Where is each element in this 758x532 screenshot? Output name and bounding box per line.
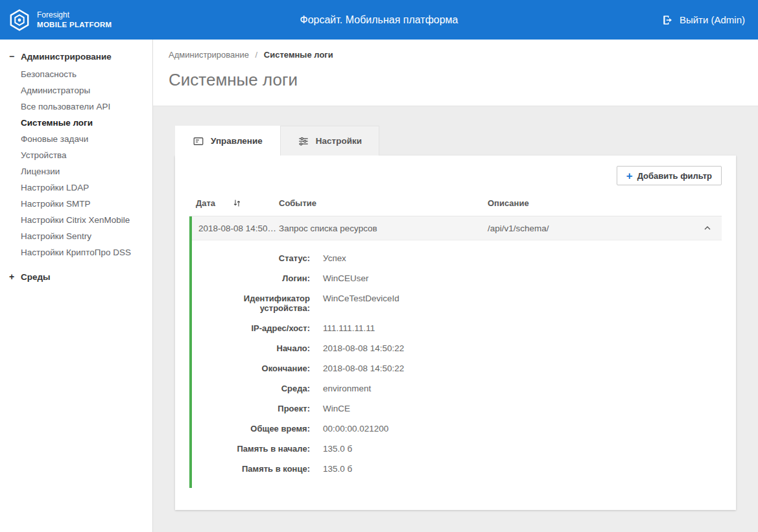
add-filter-label: Добавить фильтр (637, 171, 712, 181)
log-entry: 2018-08-08 14:50… Запрос списка ресурсов… (189, 216, 722, 488)
sidebar-item[interactable]: Администраторы (0, 82, 152, 98)
tune-icon (298, 135, 309, 147)
app-title: Форсайт. Мобильная платформа (0, 14, 758, 26)
detail-value: environment (323, 384, 722, 393)
chevron-up-icon[interactable] (696, 223, 722, 233)
log-row-description: /api/v1/schema/ (488, 224, 696, 233)
page-head: Администрирование / Системные логи Систе… (153, 40, 758, 106)
sidebar-admin-children: Безопасность Администраторы Все пользова… (0, 65, 152, 263)
sidebar-item-label: Фоновые задачи (21, 134, 88, 144)
detail-row: Память в начале: 135.0 б (192, 439, 722, 459)
column-header-date: Дата (196, 198, 279, 208)
detail-value: 2018-08-08 14:50:22 (323, 343, 722, 353)
detail-row: Логин: WinCEUser (192, 268, 722, 288)
breadcrumb-administration[interactable]: Администрирование (169, 50, 249, 60)
sidebar-item[interactable]: Безопасность (0, 66, 152, 82)
detail-label: Логин: (192, 273, 310, 283)
sidebar-item[interactable]: Устройства (0, 147, 152, 163)
tab-management-label: Управление (211, 136, 263, 146)
detail-row: Проект: WinCE (192, 399, 722, 419)
table-header: Дата Событие Описание (189, 192, 722, 216)
breadcrumb: Администрирование / Системные логи (169, 50, 742, 60)
sidebar-environments-label: Среды (21, 272, 51, 282)
detail-value: 135.0 б (323, 444, 722, 454)
detail-row: Окончание: 2018-08-08 14:50:22 (192, 358, 722, 378)
detail-value: 2018-08-08 14:50:22 (323, 364, 722, 373)
sidebar-item-label: Системные логи (21, 118, 93, 128)
detail-label: Проект: (192, 404, 310, 413)
detail-row: Статус: Успех (192, 248, 722, 268)
sidebar-administration-label: Администрирование (21, 52, 112, 62)
card-toolbar: + Добавить фильтр (189, 166, 722, 185)
log-details: Статус: Успех Логин: WinCEUser Идентифик… (192, 240, 722, 488)
foresight-logo-icon (8, 8, 31, 32)
logout-label: Выйти (Admin) (680, 14, 745, 25)
detail-label: Среда: (192, 384, 310, 393)
detail-value: Успех (323, 253, 722, 263)
sidebar-item-label: Настройки Citrix XenMobile (21, 215, 130, 225)
detail-label: Общее время: (192, 424, 310, 434)
sidebar-item[interactable]: Настройки Sentry (0, 228, 152, 244)
detail-label: Память в начале: (192, 444, 310, 454)
sidebar-item[interactable]: Настройки Citrix XenMobile (0, 212, 152, 228)
sidebar-item-label: Администраторы (21, 86, 90, 95)
detail-row: IP-адрес/хост: 111.111.11.11 (192, 318, 722, 338)
main-area: Администрирование / Системные логи Систе… (153, 40, 758, 532)
sidebar-item-label: Настройки LDAP (21, 183, 89, 192)
sidebar-item-label: Настройки Sentry (21, 231, 91, 241)
sidebar-item-administration[interactable]: − Администрирование (0, 48, 152, 65)
logout-button[interactable]: Выйти (Admin) (662, 0, 745, 40)
detail-label: Идентификатор устройства: (192, 294, 310, 313)
sidebar-item-label: Лицензии (21, 167, 60, 176)
sidebar-item-label: Настройки SMTP (21, 199, 90, 209)
column-header-event: Событие (279, 198, 488, 208)
detail-label: Статус: (192, 253, 310, 263)
detail-value: 111.111.11.11 (323, 323, 722, 333)
detail-row: Память в конце: 135.0 б (192, 459, 722, 479)
detail-row: Среда: environment (192, 378, 722, 399)
plus-icon: + (626, 170, 633, 181)
list-card-icon (193, 135, 204, 147)
sidebar: − Администрирование Безопасность Админис… (0, 40, 153, 532)
detail-label: IP-адрес/хост: (192, 323, 310, 333)
sidebar-item-label: Настройки КриптоПро DSS (21, 248, 131, 257)
expand-plus-icon[interactable]: + (8, 272, 16, 282)
tab-management[interactable]: Управление (175, 126, 280, 156)
log-row-date: 2018-08-08 14:50… (198, 224, 279, 233)
sidebar-item[interactable]: Все пользователи API (0, 98, 152, 115)
log-row[interactable]: 2018-08-08 14:50… Запрос списка ресурсов… (192, 216, 722, 240)
detail-value: 135.0 б (323, 464, 722, 474)
tab-settings-label: Настройки (316, 136, 362, 146)
sidebar-item-environments[interactable]: + Среды (0, 268, 152, 285)
logs-card: + Добавить фильтр Дата С (175, 156, 736, 510)
breadcrumb-current: Системные логи (264, 50, 333, 60)
sidebar-item[interactable]: Настройки КриптоПро DSS (0, 244, 152, 260)
add-filter-button[interactable]: + Добавить фильтр (617, 166, 722, 185)
sidebar-item-label: Все пользователи API (21, 102, 110, 111)
detail-label: Память в конце: (192, 464, 310, 474)
sidebar-item[interactable]: Настройки LDAP (0, 179, 152, 196)
sidebar-item-label: Безопасность (21, 69, 77, 79)
brand: Foresight MOBILE PLATFORM (0, 8, 112, 32)
detail-value: WinCEUser (323, 273, 722, 283)
logout-icon (662, 14, 674, 26)
collapse-minus-icon[interactable]: − (8, 51, 16, 62)
detail-row: Начало: 2018-08-08 14:50:22 (192, 338, 722, 358)
sort-icon[interactable] (232, 198, 242, 208)
log-row-event: Запрос списка ресурсов (279, 224, 488, 233)
sidebar-item[interactable]: Настройки SMTP (0, 196, 152, 212)
brand-product: MOBILE PLATFORM (37, 20, 112, 29)
column-header-description: Описание (488, 198, 696, 208)
sidebar-item[interactable]: Лицензии (0, 163, 152, 179)
tab-settings[interactable]: Настройки (280, 126, 379, 156)
detail-value: WinCeTestDeviceId (323, 294, 722, 303)
sidebar-item[interactable]: Фоновые задачи (0, 131, 152, 147)
breadcrumb-separator: / (255, 50, 258, 60)
brand-name: Foresight (37, 10, 112, 20)
brand-text: Foresight MOBILE PLATFORM (37, 10, 112, 29)
detail-value: 00:00:00.021200 (323, 424, 722, 434)
sidebar-item-label: Устройства (21, 150, 67, 160)
detail-value: WinCE (323, 404, 722, 413)
tabs: Управление Настройки (175, 126, 736, 156)
sidebar-item[interactable]: Системные логи (0, 115, 152, 131)
